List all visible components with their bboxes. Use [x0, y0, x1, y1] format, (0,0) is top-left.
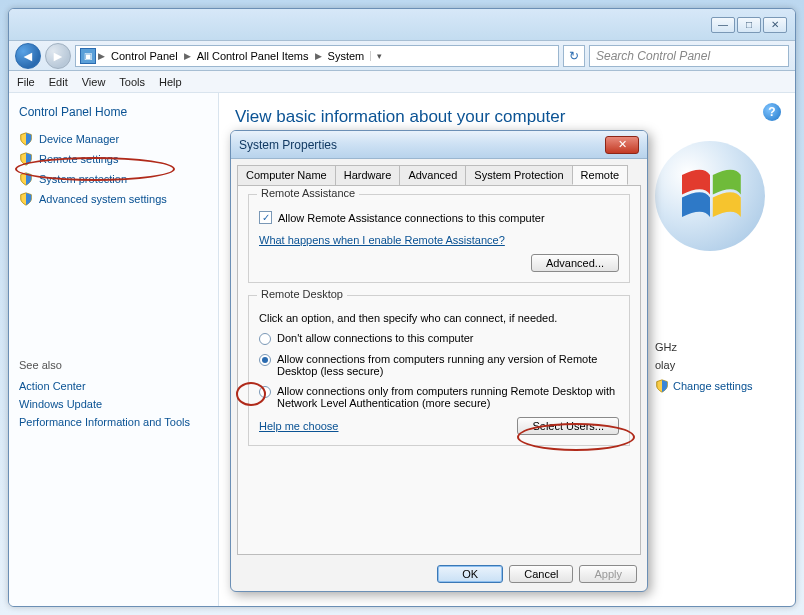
- tab-advanced[interactable]: Advanced: [399, 165, 466, 185]
- menu-tools[interactable]: Tools: [119, 76, 145, 88]
- titlebar: — □ ✕: [9, 9, 795, 41]
- group-remote-desktop: Remote Desktop Click an option, and then…: [248, 295, 630, 446]
- cancel-button[interactable]: Cancel: [509, 565, 573, 583]
- sidebar-item-label: Device Manager: [39, 133, 119, 145]
- refresh-button[interactable]: ↻: [563, 45, 585, 67]
- tab-panel-remote: Remote Assistance ✓ Allow Remote Assista…: [237, 185, 641, 555]
- remote-desktop-intro: Click an option, and then specify who ca…: [259, 312, 619, 324]
- close-button[interactable]: ✕: [763, 17, 787, 33]
- see-also-title: See also: [19, 359, 208, 371]
- sidebar-item-label: Remote settings: [39, 153, 118, 165]
- crumb[interactable]: Control Panel: [107, 50, 182, 62]
- maximize-button[interactable]: □: [737, 17, 761, 33]
- radio-icon[interactable]: [259, 386, 271, 398]
- shield-icon: [19, 152, 33, 166]
- group-legend: Remote Desktop: [257, 288, 347, 300]
- shield-icon: [19, 192, 33, 206]
- see-also-action-center[interactable]: Action Center: [19, 377, 208, 395]
- dialog-button-row: OK Cancel Apply: [231, 565, 647, 583]
- group-legend: Remote Assistance: [257, 187, 359, 199]
- search-input[interactable]: Search Control Panel: [589, 45, 789, 67]
- see-also-windows-update[interactable]: Windows Update: [19, 395, 208, 413]
- radio-allow-any[interactable]: Allow connections from computers running…: [259, 353, 619, 377]
- breadcrumb-dropdown[interactable]: ▾: [370, 51, 388, 61]
- sidebar: Control Panel Home Device Manager Remote…: [9, 93, 219, 606]
- change-settings-link[interactable]: Change settings: [655, 379, 795, 393]
- control-panel-home-link[interactable]: Control Panel Home: [19, 105, 208, 119]
- see-also-section: See also Action Center Windows Update Pe…: [19, 359, 208, 431]
- tabstrip: Computer Name Hardware Advanced System P…: [231, 159, 647, 185]
- system-properties-dialog: System Properties ✕ Computer Name Hardwa…: [230, 130, 648, 592]
- window-controls: — □ ✕: [711, 17, 791, 33]
- ghz-label: GHz: [655, 341, 795, 353]
- allow-remote-assistance-checkbox-row[interactable]: ✓ Allow Remote Assistance connections to…: [259, 211, 619, 224]
- windows-logo-orb: [655, 141, 765, 251]
- dialog-close-button[interactable]: ✕: [605, 136, 639, 154]
- control-panel-icon: ▣: [80, 48, 96, 64]
- radio-icon[interactable]: [259, 333, 271, 345]
- menu-view[interactable]: View: [82, 76, 106, 88]
- what-happens-link[interactable]: What happens when I enable Remote Assist…: [259, 234, 619, 246]
- group-remote-assistance: Remote Assistance ✓ Allow Remote Assista…: [248, 194, 630, 283]
- crumb[interactable]: System: [324, 50, 369, 62]
- menubar: File Edit View Tools Help: [9, 71, 795, 93]
- chevron-right-icon: ▶: [315, 51, 322, 61]
- chevron-right-icon: ▶: [98, 51, 105, 61]
- display-label-fragment: olay: [655, 359, 795, 371]
- tab-computer-name[interactable]: Computer Name: [237, 165, 336, 185]
- radio-dont-allow[interactable]: Don't allow connections to this computer: [259, 332, 619, 345]
- radio-label: Don't allow connections to this computer: [277, 332, 474, 344]
- radio-label: Allow connections from computers running…: [277, 353, 619, 377]
- right-info-strip: GHz olay Change settings: [655, 141, 795, 393]
- tab-remote[interactable]: Remote: [572, 165, 629, 185]
- breadcrumb[interactable]: ▣ ▶ Control Panel ▶ All Control Panel It…: [75, 45, 559, 67]
- sidebar-item-label: Advanced system settings: [39, 193, 167, 205]
- advanced-button[interactable]: Advanced...: [531, 254, 619, 272]
- chevron-right-icon: ▶: [184, 51, 191, 61]
- back-button[interactable]: ◄: [15, 43, 41, 69]
- help-me-choose-link[interactable]: Help me choose: [259, 420, 339, 432]
- menu-help[interactable]: Help: [159, 76, 182, 88]
- change-settings-label: Change settings: [673, 380, 753, 392]
- dialog-titlebar: System Properties ✕: [231, 131, 647, 159]
- help-icon[interactable]: ?: [763, 103, 781, 121]
- page-title: View basic information about your comput…: [235, 107, 779, 127]
- radio-label: Allow connections only from computers ru…: [277, 385, 619, 409]
- dialog-title-text: System Properties: [239, 138, 337, 152]
- select-users-button[interactable]: Select Users...: [517, 417, 619, 435]
- tab-system-protection[interactable]: System Protection: [465, 165, 572, 185]
- shield-icon: [655, 379, 669, 393]
- forward-button[interactable]: ►: [45, 43, 71, 69]
- apply-button[interactable]: Apply: [579, 565, 637, 583]
- shield-icon: [19, 132, 33, 146]
- shield-icon: [19, 172, 33, 186]
- sidebar-item-label: System protection: [39, 173, 127, 185]
- menu-file[interactable]: File: [17, 76, 35, 88]
- sidebar-item-device-manager[interactable]: Device Manager: [19, 129, 208, 149]
- minimize-button[interactable]: —: [711, 17, 735, 33]
- sidebar-item-remote-settings[interactable]: Remote settings: [19, 149, 208, 169]
- checkbox-icon[interactable]: ✓: [259, 211, 272, 224]
- see-also-performance[interactable]: Performance Information and Tools: [19, 413, 208, 431]
- crumb[interactable]: All Control Panel Items: [193, 50, 313, 62]
- ok-button[interactable]: OK: [437, 565, 503, 583]
- tab-hardware[interactable]: Hardware: [335, 165, 401, 185]
- sidebar-item-system-protection[interactable]: System protection: [19, 169, 208, 189]
- menu-edit[interactable]: Edit: [49, 76, 68, 88]
- radio-allow-nla[interactable]: Allow connections only from computers ru…: [259, 385, 619, 409]
- checkbox-label: Allow Remote Assistance connections to t…: [278, 212, 545, 224]
- radio-icon[interactable]: [259, 354, 271, 366]
- navbar: ◄ ► ▣ ▶ Control Panel ▶ All Control Pane…: [9, 41, 795, 71]
- sidebar-item-advanced-system-settings[interactable]: Advanced system settings: [19, 189, 208, 209]
